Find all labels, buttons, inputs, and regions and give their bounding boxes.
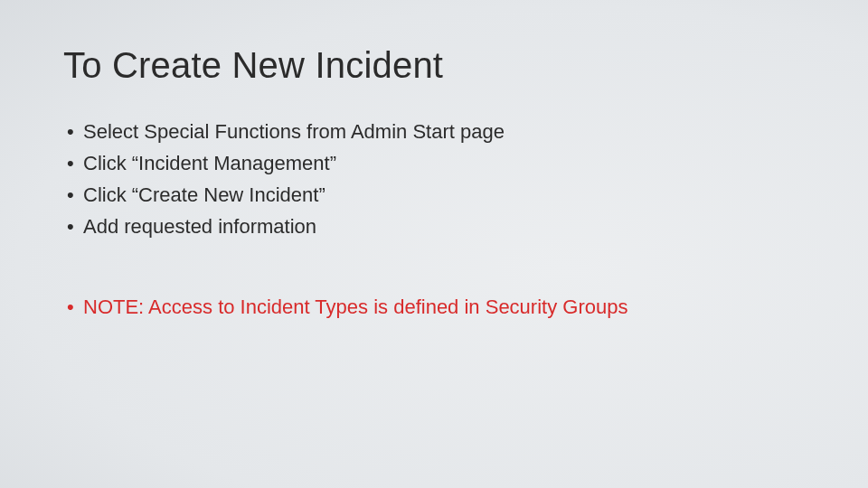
list-item: Click “Create New Incident”	[63, 180, 805, 210]
slide: To Create New Incident Select Special Fu…	[0, 0, 868, 488]
bullet-list: Select Special Functions from Admin Star…	[63, 117, 805, 241]
list-item: Add requested information	[63, 211, 805, 241]
note-item: NOTE: Access to Incident Types is define…	[63, 292, 805, 322]
list-item: Select Special Functions from Admin Star…	[63, 117, 805, 146]
note-list: NOTE: Access to Incident Types is define…	[63, 292, 805, 322]
list-item: Click “Incident Management”	[63, 148, 805, 178]
slide-title: To Create New Incident	[63, 45, 805, 86]
